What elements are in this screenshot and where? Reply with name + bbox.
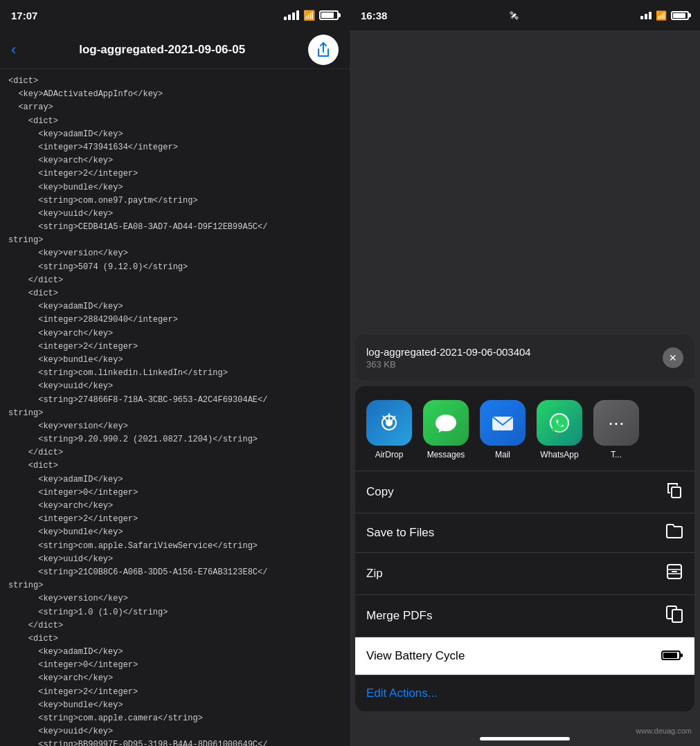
zip-label: Zip <box>366 567 383 581</box>
svg-rect-14 <box>663 653 677 658</box>
airdrop-icon <box>366 400 412 446</box>
left-panel: 17:07 📶 ‹ log-aggregated-2021-09-06-05 <box>0 0 350 746</box>
file-info-card: log-aggregated-2021-09-06-003404 363 KB … <box>355 335 694 381</box>
share-button[interactable] <box>308 35 339 65</box>
copy-icon <box>665 481 683 503</box>
close-icon: ✕ <box>669 352 677 363</box>
merge-pdfs-label: Merge PDFs <box>366 609 432 623</box>
messages-label: Messages <box>427 450 465 460</box>
app-item-whatsapp[interactable]: WhatsApp <box>537 400 582 460</box>
whatsapp-label: WhatsApp <box>540 450 578 460</box>
signal-icon <box>284 10 299 20</box>
zip-action[interactable]: Zip <box>355 553 694 595</box>
right-status-icons: 📶 <box>640 10 689 21</box>
merge-pdfs-icon <box>665 605 683 627</box>
share-icon <box>316 42 331 57</box>
code-text: <dict> <key>ADActivatedAppInfo</key> <ar… <box>8 75 341 746</box>
back-chevron-icon: ‹ <box>11 41 16 59</box>
left-time: 17:07 <box>11 10 37 21</box>
watermark: www.deuag.com <box>636 727 692 735</box>
edit-actions-section: Edit Actions... <box>355 675 694 711</box>
battery-icon <box>319 10 339 20</box>
file-info-details: log-aggregated-2021-09-06-003404 363 KB <box>366 346 531 370</box>
mail-icon <box>480 400 526 446</box>
right-signal-icon <box>640 12 652 19</box>
back-button[interactable]: ‹ <box>11 41 16 59</box>
share-sheet: log-aggregated-2021-09-06-003404 363 KB … <box>350 335 700 746</box>
copy-label: Copy <box>366 485 394 499</box>
right-battery-icon <box>671 11 689 20</box>
left-status-icons: 📶 <box>284 10 339 21</box>
app-item-airdrop[interactable]: AirDrop <box>366 400 412 460</box>
app-item-mail[interactable]: Mail <box>480 400 526 460</box>
apps-row: AirDrop Messages <box>355 386 694 471</box>
merge-pdfs-action[interactable]: Merge PDFs <box>355 595 694 637</box>
battery-cycle-icon <box>661 647 683 665</box>
view-battery-cycle-label: View Battery Cycle <box>366 649 465 663</box>
right-location-icon: 🛰 <box>510 10 519 21</box>
folder-icon <box>665 523 683 543</box>
view-battery-cycle-action[interactable]: View Battery Cycle <box>355 637 694 675</box>
messages-icon <box>423 400 469 446</box>
airdrop-label: AirDrop <box>375 450 404 460</box>
right-time: 16:38 <box>361 10 387 21</box>
svg-rect-15 <box>681 654 683 657</box>
app-item-more[interactable]: ··· T... <box>593 400 639 460</box>
wifi-icon: 📶 <box>303 10 315 21</box>
right-content-wrapper: 16:38 🛰 📶 log-aggregated-2021-09-0 <box>350 0 700 746</box>
copy-action[interactable]: Copy <box>355 471 694 513</box>
code-content: <dict> <key>ADActivatedAppInfo</key> <ar… <box>0 69 350 746</box>
app-item-messages[interactable]: Messages <box>423 400 469 460</box>
share-main-sheet: AirDrop Messages <box>355 386 694 711</box>
home-indicator <box>480 737 570 740</box>
svg-rect-7 <box>672 487 681 498</box>
svg-rect-11 <box>672 610 682 622</box>
save-to-files-label: Save to Files <box>366 526 434 540</box>
mail-label: Mail <box>495 450 510 460</box>
close-button[interactable]: ✕ <box>663 347 683 368</box>
right-panel: 16:38 🛰 📶 log-aggregated-2021-09-0 <box>350 0 700 746</box>
edit-actions-button[interactable]: Edit Actions... <box>366 686 438 700</box>
zip-icon <box>665 563 683 585</box>
file-name: log-aggregated-2021-09-06-003404 <box>366 346 531 358</box>
left-status-bar: 17:07 📶 <box>0 0 350 30</box>
left-nav-bar: ‹ log-aggregated-2021-09-06-05 <box>0 30 350 69</box>
left-nav-title: log-aggregated-2021-09-06-05 <box>21 43 303 57</box>
more-apps-icon: ··· <box>593 400 639 446</box>
save-to-files-action[interactable]: Save to Files <box>355 513 694 553</box>
file-size: 363 KB <box>366 359 531 370</box>
right-wifi-icon: 📶 <box>656 10 667 21</box>
more-label: T... <box>611 450 622 460</box>
whatsapp-icon <box>537 400 582 446</box>
right-status-bar: 16:38 🛰 📶 <box>350 0 700 30</box>
